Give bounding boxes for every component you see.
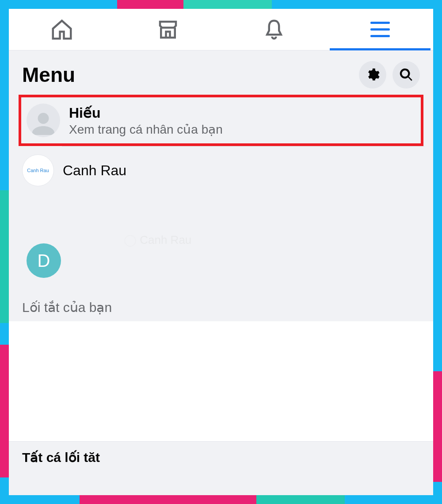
profile-item[interactable]: Hiếu Xem trang cá nhân của bạn <box>21 97 421 143</box>
page-title: Menu <box>22 63 353 87</box>
bell-icon <box>262 18 286 42</box>
avatar-letter: D <box>27 243 61 278</box>
page-label: Canh Rau <box>63 162 126 179</box>
hamburger-icon <box>370 22 390 37</box>
top-nav <box>9 9 433 50</box>
home-icon <box>50 18 74 42</box>
avatar <box>27 104 60 137</box>
list-item[interactable]: D ◯ Canh Rau <box>9 230 433 292</box>
marketplace-icon <box>156 18 180 42</box>
tab-home[interactable] <box>9 9 115 50</box>
section-all-shortcuts-title[interactable]: Tất cá lối tăt <box>9 442 433 471</box>
tab-marketplace[interactable] <box>115 9 221 50</box>
page-item-canh-rau[interactable]: Canh Rau Canh Rau <box>9 146 433 194</box>
settings-button[interactable] <box>359 61 386 88</box>
watermark: ◯ Canh Rau <box>124 233 191 247</box>
profile-subtitle: Xem trang cá nhân của bạn <box>69 122 223 137</box>
section-shortcuts-title: Lối tắt của bạn <box>9 292 433 321</box>
tab-menu[interactable] <box>327 9 433 50</box>
tab-notifications[interactable] <box>221 9 327 50</box>
profile-name: Hiếu <box>69 104 223 121</box>
gear-icon <box>365 67 380 82</box>
search-icon <box>399 67 414 82</box>
shortcuts-area <box>9 321 433 442</box>
profile-highlight: Hiếu Xem trang cá nhân của bạn <box>19 95 423 146</box>
page-avatar: Canh Rau <box>22 154 54 186</box>
search-button[interactable] <box>392 61 420 88</box>
